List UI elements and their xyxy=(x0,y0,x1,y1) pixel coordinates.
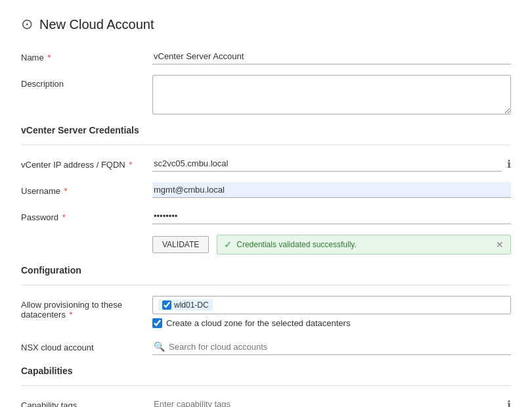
page-header: ⊙ New Cloud Account xyxy=(21,16,511,33)
nsx-label: NSX cloud account xyxy=(21,339,152,352)
success-close-icon[interactable]: ✕ xyxy=(496,239,504,250)
username-row: Username * xyxy=(21,182,511,198)
datacenter-control: wld01-DC Create a cloud zone for the sel… xyxy=(152,296,511,328)
vcenter-ip-label: vCenter IP address / FQDN * xyxy=(21,156,152,170)
vcenter-ip-row: vCenter IP address / FQDN * ℹ xyxy=(21,156,511,172)
credentials-divider xyxy=(21,145,511,145)
nsx-row: NSX cloud account 🔍 xyxy=(21,339,511,355)
page-title: New Cloud Account xyxy=(39,17,154,32)
datacenter-chip-checkbox[interactable] xyxy=(162,300,171,310)
username-control xyxy=(152,182,511,198)
validate-row: VALIDATE ✓ Credentials validated success… xyxy=(21,235,511,254)
create-zone-row: Create a cloud zone for the selected dat… xyxy=(152,318,511,328)
name-input[interactable] xyxy=(152,49,511,64)
name-control xyxy=(152,49,511,64)
capability-info-icon[interactable]: ℹ xyxy=(507,398,511,408)
description-row: Description xyxy=(21,75,511,114)
capability-label: Capability tags xyxy=(21,396,152,407)
success-banner: ✓ Credentials validated successfully. ✕ xyxy=(217,235,511,254)
description-textarea[interactable] xyxy=(152,75,511,114)
datacenter-chip-label: wld01-DC xyxy=(174,300,209,310)
capabilities-section-title: Capabilities xyxy=(21,366,511,376)
datacenter-chip: wld01-DC xyxy=(158,299,213,311)
capability-control: ℹ xyxy=(152,396,511,407)
username-input[interactable] xyxy=(152,182,511,198)
vcenter-ip-control: ℹ xyxy=(152,156,511,172)
validate-row-inner: VALIDATE ✓ Credentials validated success… xyxy=(152,235,511,254)
name-row: Name * xyxy=(21,49,511,64)
success-icon: ✓ xyxy=(224,239,233,251)
password-control xyxy=(152,208,511,224)
username-label: Username * xyxy=(21,182,152,196)
description-label: Description xyxy=(21,75,152,89)
validate-label-spacer xyxy=(21,235,152,239)
cloud-icon: ⊙ xyxy=(21,16,33,33)
datacenter-row: Allow provisioning to these datacenters … xyxy=(21,296,511,328)
password-label: Password * xyxy=(21,208,152,222)
vcenter-ip-info-icon[interactable]: ℹ xyxy=(507,158,511,170)
capabilities-divider xyxy=(21,385,511,386)
nsx-search-wrap: 🔍 xyxy=(152,339,511,355)
nsx-search-input[interactable] xyxy=(169,342,510,352)
search-icon: 🔍 xyxy=(154,341,165,352)
validate-button[interactable]: VALIDATE xyxy=(152,236,209,253)
nsx-control: 🔍 xyxy=(152,339,511,355)
create-zone-checkbox[interactable] xyxy=(152,318,162,328)
capability-row: Capability tags ℹ xyxy=(21,396,511,407)
password-row: Password * xyxy=(21,208,511,224)
vcenter-ip-input-wrap: ℹ xyxy=(152,156,511,172)
configuration-section-title: Configuration xyxy=(21,265,511,275)
description-control xyxy=(152,75,511,114)
page-container: ⊙ New Cloud Account Name * Description v… xyxy=(0,0,532,407)
datacenter-input-wrap[interactable]: wld01-DC xyxy=(152,296,511,314)
validate-control: VALIDATE ✓ Credentials validated success… xyxy=(152,235,511,254)
name-label: Name * xyxy=(21,49,152,62)
vcenter-ip-input[interactable] xyxy=(152,156,502,172)
datacenter-label: Allow provisioning to these datacenters … xyxy=(21,296,152,320)
password-input[interactable] xyxy=(152,208,511,224)
create-zone-label: Create a cloud zone for the selected dat… xyxy=(166,318,350,328)
capability-wrap: ℹ xyxy=(152,396,511,407)
success-message: Credentials validated successfully. xyxy=(236,240,357,249)
configuration-divider xyxy=(21,285,511,285)
credentials-section-title: vCenter Server Credentials xyxy=(21,125,511,135)
capability-input[interactable] xyxy=(152,396,502,407)
